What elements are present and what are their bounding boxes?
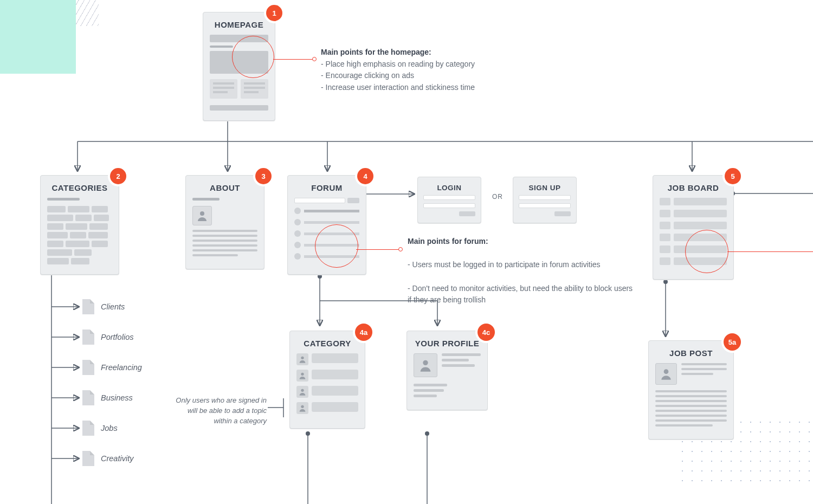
node-categories: 2 CATEGORIES — [40, 175, 119, 275]
node-login-title: LOGIN — [423, 184, 475, 192]
magnifier-forum-dot — [398, 247, 403, 251]
badge-homepage-number: 1 — [272, 9, 276, 17]
magnifier-forum — [315, 224, 358, 268]
svg-point-34 — [301, 373, 304, 376]
node-profile-title: YOUR PROFILE — [414, 339, 481, 348]
page-icon — [82, 390, 94, 405]
svg-point-37 — [423, 360, 428, 365]
avatar-placeholder-icon — [414, 353, 437, 377]
page-icon — [82, 451, 94, 466]
badge-categories: 2 — [110, 168, 126, 184]
badge-about: 3 — [255, 168, 272, 184]
node-login: LOGIN — [417, 177, 481, 223]
magnifier-homepage — [232, 36, 274, 78]
badge-forum-number: 4 — [363, 172, 367, 180]
badge-profile-number: 4c — [482, 328, 490, 337]
category-pages-list: Clients Portfolios Freelancing Business … — [82, 292, 142, 474]
magnifier-homepage-leader — [273, 59, 313, 60]
list-item: Portfolios — [82, 322, 142, 352]
annotation-homepage-bullet-2: - Encourage clicking on ads — [321, 71, 414, 80]
svg-point-38 — [664, 369, 669, 374]
annotation-category-note-line1: Only users who are signed in — [176, 396, 267, 404]
page-icon — [82, 421, 94, 436]
node-forum-title: FORUM — [294, 183, 359, 192]
svg-point-26 — [425, 431, 429, 436]
user-icon — [296, 386, 308, 398]
badge-homepage: 1 — [266, 5, 282, 21]
badge-category-number: 4a — [360, 328, 367, 337]
annotation-homepage: Main points for the homepage: - Place hi… — [321, 47, 549, 94]
badge-profile: 4c — [478, 324, 495, 341]
svg-point-17 — [318, 274, 322, 279]
badge-forum: 4 — [357, 168, 373, 184]
category-page-label: Clients — [101, 302, 125, 311]
page-icon — [82, 360, 94, 375]
node-homepage-title: HOMEPAGE — [210, 20, 268, 29]
category-page-label: Jobs — [101, 424, 118, 432]
list-item: Business — [82, 383, 142, 413]
node-category-title: CATEGORY — [296, 339, 358, 348]
list-item: Jobs — [82, 413, 142, 443]
badge-category: 4a — [355, 324, 372, 341]
svg-point-36 — [301, 405, 304, 408]
annotation-forum: Main points for forum: - Users must be l… — [408, 236, 635, 306]
annotation-forum-bullet-2: - Don't need to monitor activities, but … — [408, 284, 633, 305]
magnifier-forum-leader — [356, 249, 399, 250]
node-categories-title: CATEGORIES — [47, 183, 112, 192]
badge-about-number: 3 — [261, 172, 265, 180]
magnifier-jobboard-leader — [727, 251, 813, 252]
page-icon — [82, 329, 94, 345]
svg-point-33 — [301, 357, 304, 359]
badge-categories-number: 2 — [116, 172, 120, 180]
or-label: OR — [492, 193, 503, 201]
category-page-label: Freelancing — [101, 363, 142, 372]
badge-jobboard: 5 — [725, 168, 741, 184]
annotation-category-note: Only users who are signed in will be abl… — [164, 396, 267, 427]
node-signup-title: SIGN UP — [519, 184, 571, 192]
annotation-forum-heading: Main points for forum: — [408, 237, 488, 245]
node-jobpost: 5a JOB POST — [648, 340, 734, 440]
svg-point-22 — [663, 280, 668, 284]
badge-jobpost-number: 5a — [728, 338, 736, 346]
node-about: 3 ABOUT — [185, 175, 264, 269]
svg-point-32 — [200, 211, 204, 216]
page-icon — [82, 299, 94, 314]
annotation-homepage-bullet-3: - Increase user interaction and stickine… — [321, 83, 475, 92]
node-signup: SIGN UP — [513, 177, 577, 223]
svg-point-24 — [306, 431, 310, 436]
node-category: 4a CATEGORY — [289, 331, 365, 429]
list-item: Creativity — [82, 443, 142, 474]
badge-jobpost: 5a — [724, 333, 741, 351]
magnifier-jobboard — [685, 230, 728, 273]
node-profile: 4c YOUR PROFILE — [406, 331, 488, 410]
list-item: Clients — [82, 292, 142, 322]
badge-jobboard-number: 5 — [731, 172, 734, 180]
annotation-category-note-line2: will be able to add a topic — [188, 406, 267, 415]
user-icon — [296, 370, 308, 382]
decorative-teal-block — [0, 0, 76, 74]
node-jobboard-title: JOB BOARD — [660, 183, 727, 192]
svg-point-35 — [301, 389, 304, 392]
magnifier-homepage-dot — [312, 57, 317, 61]
annotation-category-note-line3: within a category — [214, 417, 267, 425]
category-page-label: Portfolios — [101, 333, 133, 341]
annotation-homepage-bullet-1: - Place high emphasis on reading by cate… — [321, 60, 475, 68]
category-page-label: Business — [101, 393, 133, 402]
node-about-title: ABOUT — [192, 183, 257, 192]
user-icon — [296, 402, 308, 414]
node-jobpost-title: JOB POST — [655, 348, 727, 358]
avatar-placeholder-icon — [192, 206, 212, 225]
annotation-forum-bullet-1: - Users must be logged in to participate… — [408, 260, 601, 269]
annotation-homepage-heading: Main points for the homepage: — [321, 48, 431, 56]
user-icon — [296, 353, 308, 365]
avatar-placeholder-icon — [655, 363, 677, 385]
list-item: Freelancing — [82, 352, 142, 383]
category-page-label: Creativity — [101, 454, 133, 463]
